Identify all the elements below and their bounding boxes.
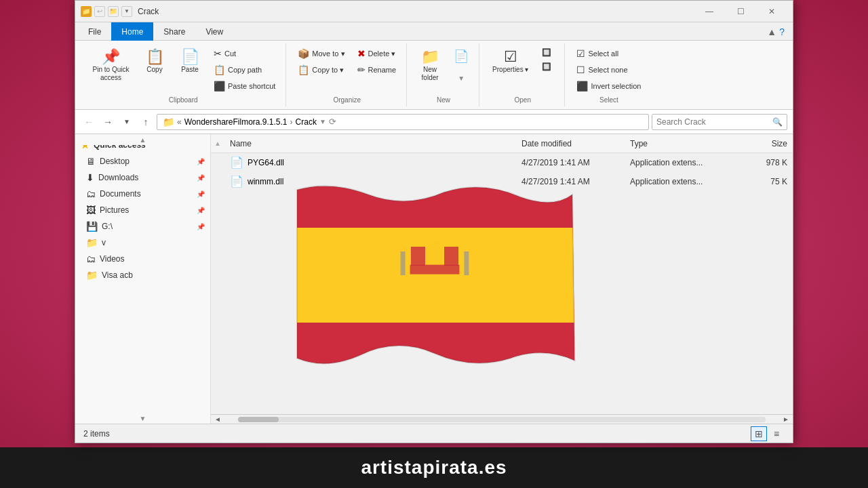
file-name-pyg64: 📄 PYG64.dll bbox=[224, 156, 521, 169]
forward-button[interactable]: → bbox=[100, 114, 116, 130]
rename-button[interactable]: ✏ Rename bbox=[353, 62, 401, 77]
file-date-2: 4/27/2019 1:41 AM bbox=[521, 177, 630, 186]
properties-label: Properties ▾ bbox=[492, 66, 528, 74]
pictures-pin-icon: 📌 bbox=[197, 207, 205, 214]
title-bar: 📁 ↩ 📁 ▼ Crack — ☐ ✕ bbox=[75, 1, 793, 22]
ribbon-tabs: File Home Share View ▲ ? bbox=[75, 22, 793, 41]
tab-file[interactable]: File bbox=[78, 22, 111, 41]
documents-pin-icon: 📌 bbox=[197, 190, 205, 198]
search-box[interactable]: 🔍 bbox=[652, 114, 787, 130]
file-size-2: 75 K bbox=[738, 177, 793, 186]
scrollbar-thumb[interactable] bbox=[238, 417, 279, 422]
open-button[interactable]: 🔲 bbox=[537, 46, 559, 59]
cut-button[interactable]: ✂ Cut bbox=[209, 46, 280, 61]
paste-shortcut-button[interactable]: ⬛ Paste shortcut bbox=[209, 79, 280, 94]
table-row[interactable]: 📄 PYG64.dll 4/27/2019 1:41 AM Applicatio… bbox=[211, 153, 793, 172]
pin-quick-access-button[interactable]: 📌 Pin to Quick access bbox=[86, 46, 136, 85]
scrollbar-track[interactable] bbox=[238, 417, 766, 422]
new-folder-button[interactable]: 📁 Newfolder bbox=[414, 46, 446, 85]
invert-selection-button[interactable]: ⬛ Invert selection bbox=[572, 79, 646, 94]
ribbon: File Home Share View ▲ ? 📌 Pin to Quick … bbox=[75, 22, 793, 110]
address-input[interactable]: 📁 « WondershareFilmora.9.1.5.1 › Crack ▼… bbox=[157, 114, 649, 130]
visa-acb-icon: 📁 bbox=[86, 270, 98, 281]
explorer-window: 📁 ↩ 📁 ▼ Crack — ☐ ✕ File Home Share View… bbox=[75, 0, 793, 443]
col-header-size[interactable]: Size bbox=[738, 139, 793, 148]
address-dropdown-icon[interactable]: ▼ bbox=[319, 118, 326, 125]
open-col: 🔲 🔲 bbox=[537, 46, 559, 73]
ribbon-collapse-button[interactable]: ▲ ? bbox=[762, 24, 790, 40]
ribbon-group-clipboard: 📌 Pin to Quick access 📋 Copy 📄 Paste ✂ bbox=[81, 43, 286, 106]
sidebar-item-videos[interactable]: 🗂 Videos bbox=[75, 251, 210, 267]
sidebar-item-visa-acb[interactable]: 📁 Visa acb bbox=[75, 267, 210, 283]
file-list: 📄 PYG64.dll 4/27/2019 1:41 AM Applicatio… bbox=[211, 153, 793, 414]
open-icon: 🔲 bbox=[542, 48, 551, 57]
g-drive-pin-icon: 📌 bbox=[197, 223, 205, 230]
new-item-dropdown[interactable]: ▼ bbox=[449, 68, 473, 88]
up-button[interactable]: ↑ bbox=[138, 114, 154, 130]
address-refresh-icon[interactable]: ⟳ bbox=[329, 117, 336, 127]
downloads-icon: ⬇ bbox=[86, 172, 94, 183]
search-input[interactable] bbox=[656, 117, 772, 127]
file-type-1: Application extens... bbox=[630, 158, 738, 167]
copy-to-button[interactable]: 📋 Copy to ▾ bbox=[293, 62, 349, 77]
flag-overlay bbox=[292, 174, 577, 377]
sidebar-item-documents[interactable]: 🗂 Documents 📌 bbox=[75, 186, 210, 202]
sidebar-item-pictures[interactable]: 🖼 Pictures 📌 bbox=[75, 202, 210, 218]
delete-button[interactable]: ✖ Delete ▾ bbox=[353, 46, 401, 61]
open-items: ☑ Properties ▾ 🔲 🔲 bbox=[486, 46, 559, 94]
move-to-button[interactable]: 📦 Move to ▾ bbox=[293, 46, 349, 61]
ribbon-group-select: ☑ Select all ☐ Select none ⬛ Invert sele… bbox=[566, 43, 651, 106]
svg-rect-1 bbox=[292, 228, 577, 323]
close-button[interactable]: ✕ bbox=[756, 1, 787, 22]
sidebar-item-g-drive[interactable]: 💾 G:\ 📌 bbox=[75, 218, 210, 235]
copy-label: Copy bbox=[146, 66, 162, 74]
g-drive-icon: 💾 bbox=[86, 221, 98, 232]
copy-path-button[interactable]: 📋 Copy path bbox=[209, 62, 280, 77]
g-drive-label: G:\ bbox=[102, 222, 113, 231]
sidebar-item-downloads[interactable]: ⬇ Downloads 📌 bbox=[75, 169, 210, 186]
sidebar-scroll-up[interactable]: ▲ bbox=[75, 134, 210, 145]
history-button[interactable]: 🔲 bbox=[537, 60, 559, 73]
col-header-name[interactable]: Name bbox=[224, 139, 521, 148]
new-item-button[interactable]: 📄 bbox=[449, 46, 473, 66]
tab-share[interactable]: Share bbox=[153, 22, 195, 41]
documents-icon: 🗂 bbox=[86, 188, 96, 199]
maximize-button[interactable]: ☐ bbox=[725, 1, 756, 22]
file-header: ▲ Name Date modified Type Size bbox=[211, 134, 793, 153]
tab-view[interactable]: View bbox=[195, 22, 233, 41]
view-toggle-buttons: ⊞ ≡ bbox=[751, 426, 785, 441]
col-header-type[interactable]: Type bbox=[630, 139, 738, 148]
horizontal-scrollbar[interactable]: ◄ ► bbox=[211, 414, 793, 424]
list-view-button[interactable]: ≡ bbox=[768, 426, 785, 441]
recent-button[interactable]: ▼ bbox=[119, 114, 135, 130]
tab-home[interactable]: Home bbox=[111, 22, 153, 41]
folder-icon-small: 📁 bbox=[81, 6, 92, 17]
toolbar-icon-recent: 📁 bbox=[108, 6, 119, 17]
table-row[interactable]: 📄 winmm.dll 4/27/2019 1:41 AM Applicatio… bbox=[211, 172, 793, 191]
copy-button[interactable]: 📋 Copy bbox=[138, 46, 171, 77]
address-bar: ← → ▼ ↑ 📁 « WondershareFilmora.9.1.5.1 ›… bbox=[75, 110, 793, 134]
toolbar-icon-dropdown[interactable]: ▼ bbox=[121, 6, 132, 17]
paste-button[interactable]: 📄 Paste bbox=[174, 46, 206, 77]
properties-icon: ☑ bbox=[504, 49, 517, 64]
sidebar-item-desktop[interactable]: 🖥 Desktop 📌 bbox=[75, 153, 210, 169]
details-view-button[interactable]: ⊞ bbox=[751, 426, 767, 441]
toolbar-icon-undo: ↩ bbox=[94, 6, 105, 17]
sidebar-item-v[interactable]: 📁 v bbox=[75, 235, 210, 251]
scroll-right-button[interactable]: ► bbox=[779, 415, 793, 424]
select-col: ☑ Select all ☐ Select none ⬛ Invert sele… bbox=[572, 46, 646, 94]
minimize-button[interactable]: — bbox=[694, 1, 725, 22]
ribbon-group-organize: 📦 Move to ▾ 📋 Copy to ▾ ✖ Delete ▾ bbox=[288, 43, 407, 106]
dll-icon-1: 📄 bbox=[230, 156, 243, 169]
select-all-button[interactable]: ☑ Select all bbox=[572, 46, 646, 61]
scroll-left-button[interactable]: ◄ bbox=[211, 415, 224, 424]
properties-button[interactable]: ☑ Properties ▾ bbox=[486, 46, 534, 77]
clipboard-items: 📌 Pin to Quick access 📋 Copy 📄 Paste ✂ bbox=[86, 46, 280, 94]
file-date-1: 4/27/2019 1:41 AM bbox=[521, 158, 630, 167]
select-none-button[interactable]: ☐ Select none bbox=[572, 62, 646, 77]
svg-rect-6 bbox=[430, 241, 439, 247]
back-button[interactable]: ← bbox=[81, 114, 97, 130]
sidebar-scroll-down[interactable]: ▼ bbox=[75, 413, 210, 424]
col-header-date[interactable]: Date modified bbox=[521, 139, 630, 148]
clipboard-label: Clipboard bbox=[169, 96, 198, 104]
